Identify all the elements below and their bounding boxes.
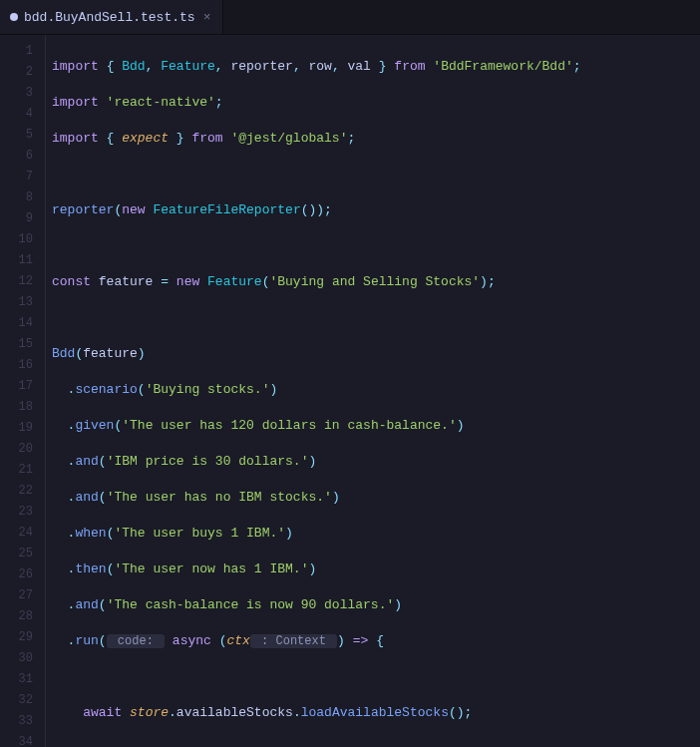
- close-icon[interactable]: ×: [201, 10, 213, 25]
- line-number: 2: [0, 62, 45, 83]
- line-number: 23: [0, 502, 45, 523]
- line-number: 3: [0, 83, 45, 104]
- line-number: 7: [0, 167, 45, 187]
- inlay-hint: code:: [107, 634, 165, 648]
- line-number: 26: [0, 564, 45, 585]
- line-number: 20: [0, 439, 45, 460]
- line-number: 1: [0, 41, 45, 62]
- tab-filename: bdd.BuyAndSell.test.ts: [24, 10, 195, 25]
- editor: 1 2 3 4 5 6 7 8 9 10 11 12 13 14 15 16 1…: [0, 35, 700, 747]
- line-number: 24: [0, 523, 45, 544]
- line-number: 21: [0, 460, 45, 481]
- line-number: 27: [0, 585, 45, 606]
- line-number: 10: [0, 229, 45, 250]
- line-number: 11: [0, 250, 45, 271]
- line-number: 28: [0, 606, 45, 627]
- line-number: 18: [0, 397, 45, 418]
- line-number: 32: [0, 690, 45, 711]
- line-number: 19: [0, 418, 45, 439]
- line-number: 6: [0, 146, 45, 167]
- tab-bar: bdd.BuyAndSell.test.ts ×: [0, 0, 700, 35]
- line-number: 33: [0, 711, 45, 732]
- line-number: 17: [0, 376, 45, 397]
- line-number: 31: [0, 669, 45, 690]
- line-number: 8: [0, 187, 45, 208]
- inlay-hint: : Context: [250, 634, 337, 648]
- file-tab[interactable]: bdd.BuyAndSell.test.ts ×: [0, 0, 223, 34]
- line-number: 30: [0, 648, 45, 669]
- unsaved-dot-icon: [10, 13, 18, 21]
- code-area[interactable]: import { Bdd, Feature, reporter, row, va…: [46, 35, 700, 747]
- line-number: 34: [0, 732, 45, 747]
- line-number: 15: [0, 334, 45, 355]
- line-number-gutter: 1 2 3 4 5 6 7 8 9 10 11 12 13 14 15 16 1…: [0, 35, 46, 747]
- line-number: 22: [0, 481, 45, 502]
- line-number: 12: [0, 271, 45, 292]
- line-number: 29: [0, 627, 45, 648]
- line-number: 16: [0, 355, 45, 376]
- line-number: 5: [0, 125, 45, 146]
- line-number: 25: [0, 544, 45, 564]
- line-number: 13: [0, 292, 45, 313]
- line-number: 4: [0, 104, 45, 125]
- line-number: 9: [0, 208, 45, 229]
- line-number: 14: [0, 313, 45, 334]
